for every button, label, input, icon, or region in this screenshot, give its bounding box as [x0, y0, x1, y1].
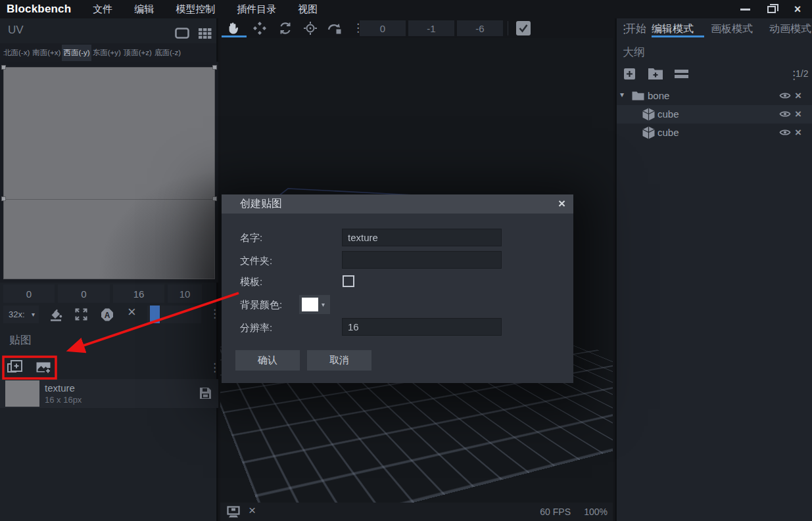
bg-color-picker[interactable]: ▾ [299, 295, 330, 314]
delete-icon[interactable]: × [795, 89, 801, 102]
clear-uv-icon[interactable]: × [128, 304, 136, 321]
menu-model-control[interactable]: 模型控制 [176, 3, 215, 16]
folder-label: 文件夹: [240, 255, 272, 267]
uv-zoom-value: 32x: [9, 309, 25, 319]
bg-color-label: 背景颜色: [240, 299, 282, 311]
uv-zoom-dropdown[interactable]: 32x: ▾ [3, 306, 39, 323]
dialog-close-icon[interactable]: × [558, 196, 565, 211]
outliner-title: 大纲 [623, 45, 645, 60]
dialog-header[interactable]: 创建贴图 × [222, 194, 573, 214]
group-folder-icon [632, 91, 644, 101]
uv-y-input[interactable]: 0 [58, 284, 110, 303]
visibility-eye-icon[interactable] [779, 110, 791, 118]
delete-icon[interactable]: × [795, 126, 801, 139]
cancel-button[interactable]: 取消 [307, 350, 371, 371]
create-texture-dialog: 创建贴图 × 名字: 文件夹: 模板: 背景颜色: ▾ 分辨率: 确认 取消 [222, 194, 573, 383]
uv-x-input[interactable]: 0 [3, 284, 55, 303]
uv-opacity-slider[interactable] [147, 306, 201, 323]
chevron-down-icon: ▾ [322, 301, 325, 308]
uv-panel-title: UV [8, 24, 24, 37]
fps-indicator: 60 FPS [540, 507, 571, 517]
close-icon: × [794, 3, 801, 15]
close-preview-icon[interactable]: × [249, 503, 256, 518]
uv-coordinate-inputs: 0 0 16 10 [0, 284, 218, 304]
uv-handle-top-right[interactable] [212, 65, 217, 70]
uv-tab-top[interactable]: 顶面(+z) [122, 45, 153, 61]
save-texture-icon[interactable] [199, 386, 212, 400]
right-panel: ⋮ 开始 编辑模式 画板模式 动画模式 大纲 ⋮ 1/2 ▾ [615, 18, 812, 521]
uv-grid-icon[interactable] [199, 28, 212, 39]
uv-tab-south[interactable]: 南面(+x) [31, 45, 62, 61]
screenshot-icon[interactable] [227, 506, 240, 518]
texture-list-item[interactable]: texture 16 x 16px [0, 379, 218, 408]
tab-paint-mode[interactable]: 画板模式 [711, 22, 753, 36]
uv-handle-top-left[interactable] [1, 65, 6, 70]
add-texture-button[interactable] [7, 359, 24, 376]
textures-panel-menu-icon[interactable]: ⋮ [209, 362, 220, 373]
menu-file[interactable]: 文件 [93, 3, 112, 16]
uv-editor-viewport[interactable] [0, 62, 218, 283]
outliner-row-cube-selected[interactable]: cube × [617, 105, 812, 124]
viewport-statusbar: × 60 FPS 100% [220, 503, 613, 521]
outliner-item-name[interactable]: cube [657, 127, 679, 138]
template-label: 模板: [240, 276, 262, 288]
uv-opacity-slider-handle[interactable] [150, 306, 160, 323]
restore-icon [767, 6, 776, 13]
add-cube-button[interactable] [623, 67, 636, 81]
minimize-button[interactable] [735, 0, 755, 18]
visibility-eye-icon[interactable] [779, 128, 791, 137]
folder-input[interactable] [342, 251, 502, 269]
minimize-icon [740, 9, 750, 11]
menu-view[interactable]: 视图 [298, 3, 318, 16]
delete-icon[interactable]: × [795, 108, 801, 121]
confirm-button[interactable]: 确认 [235, 350, 300, 371]
resolution-input[interactable] [342, 318, 502, 336]
cube-icon [642, 126, 655, 139]
outliner-item-name[interactable]: cube [657, 108, 679, 120]
texture-thumbnail [5, 380, 39, 407]
outliner-pager[interactable]: 1/2 [796, 68, 808, 79]
zoom-indicator: 100% [584, 507, 608, 517]
outliner-row-cube[interactable]: cube × [617, 124, 812, 142]
uv-face-quad[interactable] [3, 67, 215, 279]
tab-start[interactable]: 开始 [625, 22, 646, 36]
cube-icon [642, 108, 655, 121]
uv-tab-west[interactable]: 西面(-y) [62, 45, 91, 61]
add-group-button[interactable] [648, 68, 663, 80]
uv-tools-row: 32x: ▾ A [0, 305, 218, 325]
uv-shadow-vignette [88, 162, 214, 279]
uv-width-input[interactable]: 16 [113, 284, 164, 303]
outliner-item-name[interactable]: bone [648, 90, 669, 101]
expand-arrow-icon[interactable]: ▾ [620, 90, 624, 99]
tab-animation-mode[interactable]: 动画模式 [769, 22, 811, 36]
uv-panel-menu-icon[interactable]: ⋮ [209, 308, 220, 319]
close-button[interactable]: × [788, 0, 807, 18]
menu-edit[interactable]: 编辑 [134, 3, 154, 16]
uv-tab-bottom[interactable]: 底面(-z) [153, 45, 182, 61]
auto-uv-icon[interactable]: A [100, 307, 114, 322]
frame-uv-icon[interactable] [74, 307, 88, 321]
restore-button[interactable] [761, 0, 781, 18]
name-input[interactable] [342, 229, 502, 246]
uv-height-input[interactable]: 10 [168, 284, 202, 303]
tab-edit-mode[interactable]: 编辑模式 [652, 22, 694, 36]
toggle-list-icon[interactable] [675, 70, 688, 78]
active-mode-underline [652, 35, 704, 37]
texture-name: texture [45, 382, 75, 394]
uv-frame-icon[interactable] [175, 28, 189, 39]
menu-plugins[interactable]: 插件目录 [237, 3, 276, 16]
visibility-eye-icon[interactable] [779, 91, 791, 100]
uv-tab-north[interactable]: 北面(-x) [2, 45, 31, 61]
import-texture-button[interactable] [36, 360, 51, 374]
svg-text:A: A [105, 311, 110, 320]
uv-handle-mid-left[interactable] [1, 196, 6, 201]
outliner-row-bone[interactable]: ▾ bone × [617, 87, 812, 105]
paint-bucket-icon[interactable] [49, 307, 63, 322]
uv-tab-east[interactable]: 东面(+y) [91, 45, 122, 61]
menubar: Blockbench 文件 编辑 模型控制 插件目录 视图 × [0, 0, 812, 18]
template-checkbox[interactable] [343, 275, 354, 287]
uv-handle-mid-right[interactable] [212, 196, 217, 201]
color-swatch [302, 298, 318, 311]
texture-size: 16 x 16px [45, 395, 82, 405]
uv-face-tabs: 北面(-x) 南面(+x) 西面(-y) 东面(+y) 顶面(+z) 底面(-z… [0, 43, 216, 62]
